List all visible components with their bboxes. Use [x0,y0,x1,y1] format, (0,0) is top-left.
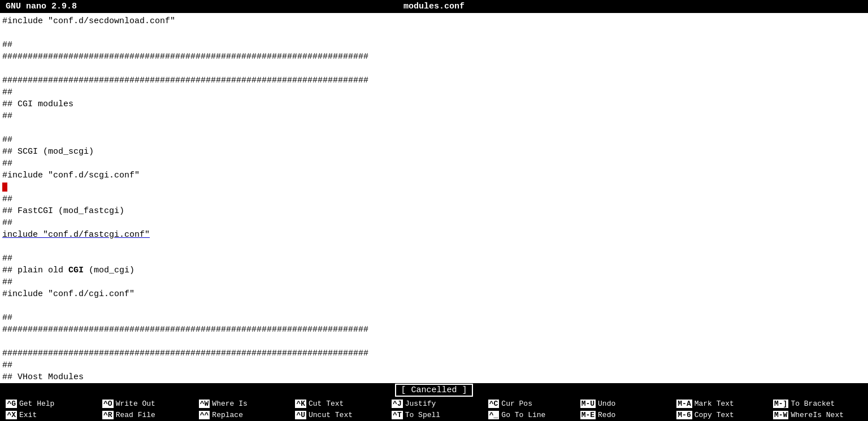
shortcut-justify[interactable]: ^J Justify [387,398,481,409]
shortcut-get-help[interactable]: ^G Get Help [1,398,96,409]
desc-go-to-line: Go To Line [501,411,545,419]
shortcut-uncut-text[interactable]: ^U Uncut Text [290,409,385,420]
key-ctrl-w: ^W [194,400,210,408]
cursor-line [2,183,7,192]
editor-line: include "conf.d/fastcgi.conf" [2,230,150,240]
shortcut-col-8: M-A Mark Text M-6 Copy Text [675,397,772,421]
desc-replace: Replace [212,411,243,419]
shortcut-col-5: ^J Justify ^T To Spell [386,397,483,421]
shortcut-col-4: ^K Cut Text ^U Uncut Text [289,397,386,421]
key-m-u: M-U [580,400,596,408]
desc-cut-text: Cut Text [309,400,344,408]
title-bar: GNU nano 2.9.8 modules.conf [0,0,868,13]
desc-whereis-next: WhereIs Next [791,411,844,419]
editor-line: ########################################… [2,349,368,358]
editor-line: ########################################… [2,76,368,85]
status-line: [ Cancelled ] [0,383,868,397]
text-cursor [2,183,7,192]
editor-line: ########################################… [2,52,368,62]
editor-line: #include "conf.d/scgi.conf" [2,171,140,180]
shortcut-col-3: ^W Where Is ^^ Replace [193,397,289,421]
editor-area[interactable]: #include "conf.d/secdownload.conf" ## ##… [0,13,868,380]
shortcut-cur-pos[interactable]: ^C Cur Pos [483,398,578,409]
desc-to-bracket: To Bracket [791,400,835,408]
editor-line: ## [2,218,12,228]
desc-get-help: Get Help [19,400,54,408]
shortcut-go-to-line[interactable]: ^_ Go To Line [483,409,578,420]
editor-line: ## FastCGI (mod_fastcgi) [2,206,124,216]
desc-write-out: Write Out [116,400,155,408]
cancelled-badge: [ Cancelled ] [395,384,472,397]
editor-line: ## [2,361,12,370]
key-ctrl-k: ^K [290,400,306,408]
shortcut-undo[interactable]: M-U Undo [580,398,674,409]
shortcut-where-is[interactable]: ^W Where Is [194,398,288,409]
desc-mark-text: Mark Text [695,400,734,408]
shortcut-whereis-next[interactable]: M-W WhereIs Next [772,409,867,420]
key-m-e: M-E [580,411,596,419]
shortcut-col-2: ^O Write Out ^R Read File [97,397,193,421]
key-m-6: M-6 [676,411,692,419]
key-ctrl-t: ^T [387,411,403,419]
key-ctrl-u: ^U [290,411,306,419]
editor-line: ## CGI modules [2,99,73,109]
editor-line: ## [2,135,12,145]
editor-line: ## [2,159,12,168]
editor-line: ########################################… [2,325,368,335]
app-title: GNU nano 2.9.8 [6,2,77,11]
editor-line: ## [2,313,12,323]
desc-copy-text: Copy Text [695,411,734,419]
key-m-w: M-W [772,411,788,419]
key-ctrl-r: ^R [98,411,114,419]
shortcut-to-spell[interactable]: ^T To Spell [387,409,481,420]
shortcut-col-9: M-] To Bracket M-W WhereIs Next [771,397,868,421]
shortcut-write-out[interactable]: ^O Write Out [98,398,192,409]
shortcut-cut-text[interactable]: ^K Cut Text [290,398,385,409]
editor-line: #include "conf.d/secdownload.conf" [2,16,175,26]
editor-line: ## [2,194,12,204]
shortcut-read-file[interactable]: ^R Read File [98,409,192,420]
editor-line: ## [2,88,12,97]
desc-where-is: Where Is [212,400,247,408]
desc-redo: Redo [598,411,615,419]
editor-line: ## VHost Modules [2,372,84,380]
editor-line: ## [2,254,12,263]
file-title: modules.conf [403,2,465,11]
shortcut-to-bracket[interactable]: M-] To Bracket [772,398,867,409]
shortcuts-container: ^G Get Help ^X Exit ^O Write Out ^R Read… [0,397,868,421]
editor-line: #include "conf.d/cgi.conf" [2,289,134,299]
key-m-a: M-A [676,400,692,408]
shortcut-replace[interactable]: ^^ Replace [194,409,288,420]
editor-line: ## plain old CGI (mod_cgi) [2,266,134,275]
shortcut-copy-text[interactable]: M-6 Copy Text [676,409,771,420]
shortcut-col-7: M-U Undo M-E Redo [579,397,675,421]
key-ctrl-g: ^G [1,400,17,408]
key-ctrl-underscore: ^_ [483,411,499,419]
desc-to-spell: To Spell [405,411,440,419]
key-ctrl-caret: ^^ [194,411,210,419]
desc-undo: Undo [598,400,615,408]
shortcut-exit[interactable]: ^X Exit [1,409,96,420]
desc-exit: Exit [19,411,37,419]
desc-read-file: Read File [116,411,155,419]
editor-line: ## [2,277,12,287]
shortcut-mark-text[interactable]: M-A Mark Text [676,398,771,409]
desc-cur-pos: Cur Pos [501,400,532,408]
bottom-bar: [ Cancelled ] ^G Get Help ^X Exit ^O Wri… [0,383,868,421]
key-ctrl-o: ^O [98,400,114,408]
key-ctrl-c: ^C [483,400,499,408]
editor-line: ## SCGI (mod_scgi) [2,147,94,157]
shortcut-col-6: ^C Cur Pos ^_ Go To Line [482,397,579,421]
shortcut-col-1: ^G Get Help ^X Exit [0,397,97,421]
underlined-text: include "conf.d/fastcgi.conf" [2,230,150,240]
shortcut-redo[interactable]: M-E Redo [580,409,674,420]
key-ctrl-j: ^J [387,400,403,408]
key-m-bracket: M-] [772,400,788,408]
editor-line: ## [2,111,12,121]
key-ctrl-x: ^X [1,411,17,419]
desc-uncut-text: Uncut Text [309,411,353,419]
editor-line: ## [2,40,12,50]
desc-justify: Justify [405,400,436,408]
